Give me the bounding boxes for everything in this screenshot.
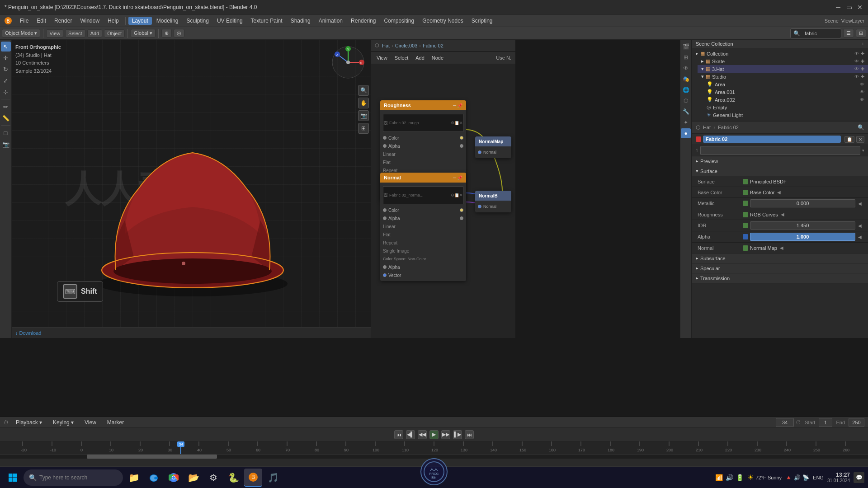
normal-pin-btn[interactable]: 📌: [457, 175, 462, 180]
scene-props-tab[interactable]: 🎭: [681, 74, 691, 84]
transform-tool[interactable]: ⊹: [1, 87, 11, 97]
studio-sel[interactable]: ✚: [861, 74, 864, 79]
transform-btn[interactable]: Global ▾: [131, 29, 156, 38]
taskbar-search[interactable]: 🔍 Type here to search: [24, 469, 123, 486]
play-forward-btn[interactable]: ▶▶: [441, 430, 450, 439]
metallic-arrow[interactable]: ◀: [857, 201, 863, 206]
area001-vis[interactable]: 👁: [860, 89, 864, 94]
next-keyframe-btn[interactable]: ▌▶: [453, 430, 462, 439]
roughness-arrow[interactable]: ◀: [780, 212, 785, 217]
alpha-value[interactable]: 1.000 ◀: [743, 233, 863, 241]
rotate-tool[interactable]: ↻: [1, 64, 11, 74]
normal-color-out[interactable]: [460, 208, 463, 212]
coll-studio[interactable]: ▾ ▦ Studio 👁 ✚: [698, 73, 868, 80]
proportional-btn[interactable]: ◎: [174, 29, 184, 38]
alpha-socket[interactable]: [383, 144, 387, 148]
surface-shader-value[interactable]: Principled BSDF: [743, 179, 863, 184]
zoom-in-btn[interactable]: 🔍: [358, 85, 369, 96]
tray-icon1[interactable]: 🔺: [785, 474, 792, 481]
camera-btn[interactable]: 📷: [358, 110, 369, 121]
measure-tool[interactable]: 📏: [1, 113, 11, 123]
coll-area002[interactable]: 💡 Area.002 👁: [703, 96, 868, 103]
normal-preview-actions[interactable]: ⚙📋✕: [451, 193, 463, 197]
select-btn[interactable]: Select: [65, 29, 85, 38]
node-min-btn[interactable]: ─: [453, 103, 456, 108]
menu-sculpting[interactable]: Sculpting: [183, 17, 212, 25]
menu-texture-paint[interactable]: Texture Paint: [247, 17, 286, 25]
annotate-tool[interactable]: ✏: [1, 102, 11, 112]
tl-keying[interactable]: Keying ▾: [49, 418, 77, 427]
output-props-tab[interactable]: ⊞: [681, 52, 691, 62]
preview-actions[interactable]: ⚙📋✕: [451, 121, 463, 125]
menu-window[interactable]: Window: [76, 17, 103, 25]
mat-expand-btn[interactable]: ▾: [862, 148, 864, 153]
mat-search-btn[interactable]: 🔍: [858, 124, 864, 131]
gizmo-btn[interactable]: ⊞: [856, 29, 866, 38]
search-input[interactable]: [802, 30, 838, 37]
world-props-tab[interactable]: 🌐: [681, 85, 691, 95]
node-pin-btn[interactable]: 📌: [457, 103, 462, 108]
particles-props-tab[interactable]: ✦: [681, 117, 691, 127]
current-frame[interactable]: 34: [776, 418, 794, 427]
add-cube-tool[interactable]: □: [1, 128, 11, 138]
color-out-socket[interactable]: [460, 136, 463, 140]
alpha-input[interactable]: 1.000: [750, 233, 855, 241]
view-props-tab[interactable]: 👁: [681, 63, 691, 73]
task-music[interactable]: 🎵: [264, 469, 282, 487]
normal-arrow[interactable]: ◀: [779, 245, 784, 250]
menu-rendering[interactable]: Rendering: [347, 17, 379, 25]
snap-btn[interactable]: ⊕: [161, 29, 172, 38]
cursor-tool[interactable]: ↖: [1, 42, 11, 52]
node-select-btn[interactable]: Select: [392, 54, 411, 61]
node-canvas[interactable]: Roughness ─ 📌 🖼 Fabric 02_rough... ⚙📋✕ C…: [371, 64, 515, 338]
mat-value-field[interactable]: [700, 146, 860, 155]
minimize-button[interactable]: ─: [835, 4, 842, 11]
battery-icon[interactable]: 🔋: [736, 474, 744, 481]
coll-area[interactable]: 💡 Area 👁: [703, 80, 868, 88]
tl-playback[interactable]: Playback ▾: [12, 418, 46, 427]
prev-keyframe-btn[interactable]: ◀▌: [406, 430, 415, 439]
restore-button[interactable]: ▭: [845, 4, 853, 11]
ior-input[interactable]: 1.450: [750, 221, 855, 230]
jump-start-btn[interactable]: ⏮: [394, 430, 403, 439]
surface-section-header[interactable]: ▾ Surface: [692, 166, 868, 176]
windows-start-btn[interactable]: [4, 469, 22, 487]
preview-section-header[interactable]: ▸ Preview: [692, 156, 868, 166]
coll-skate[interactable]: ▸ ▦ Skate 👁 ✚: [698, 57, 868, 65]
metallic-value[interactable]: 0.000 ◀: [743, 199, 863, 207]
studio-vis[interactable]: 👁: [854, 74, 859, 79]
normal-alpha2[interactable]: [383, 265, 387, 269]
subsurface-section[interactable]: ▸ Subsurface: [692, 253, 868, 263]
play-reverse-btn[interactable]: ◀◀: [418, 430, 427, 439]
start-frame[interactable]: 1: [819, 418, 832, 427]
task-python[interactable]: 🐍: [224, 469, 242, 487]
breadcrumb-fabric[interactable]: Fabric 02: [423, 43, 443, 48]
coll-empty[interactable]: ◎ Empty: [703, 103, 868, 111]
modifier-props-tab[interactable]: 🔧: [681, 107, 691, 117]
skate-sel[interactable]: ✚: [861, 59, 864, 64]
menu-compositing[interactable]: Compositing: [380, 17, 418, 25]
end-frame[interactable]: 250: [849, 418, 864, 427]
overlay-btn[interactable]: ☰: [843, 29, 854, 38]
material-props-tab[interactable]: ●: [681, 128, 691, 138]
normal-alpha-out[interactable]: [460, 216, 463, 220]
skate-vis[interactable]: 👁: [854, 59, 859, 64]
node-view-btn[interactable]: View: [374, 54, 390, 61]
notification-btn[interactable]: 💬: [854, 472, 864, 483]
jump-end-btn[interactable]: ⏭: [465, 430, 474, 439]
view-btn[interactable]: View: [46, 29, 63, 38]
menu-animation[interactable]: Animation: [315, 17, 346, 25]
timeline-scroll-thumb[interactable]: [87, 455, 217, 459]
metallic-input[interactable]: 0.000: [750, 199, 855, 207]
speaker-icon[interactable]: 🔊: [794, 474, 801, 481]
menu-file[interactable]: File: [16, 17, 32, 25]
menu-edit[interactable]: Edit: [33, 17, 50, 25]
viewport[interactable]: 人人素材 Front Orthographic (34) Studio | Ha…: [12, 40, 371, 338]
menu-shading[interactable]: Shading: [287, 17, 314, 25]
volume-icon[interactable]: 🔊: [726, 474, 733, 481]
normal-alpha-socket[interactable]: [383, 216, 387, 220]
window-controls[interactable]: ─ ▭ ✕: [835, 4, 863, 11]
task-explorer[interactable]: 📁: [125, 469, 143, 487]
tl-view[interactable]: View: [81, 418, 100, 427]
normalmap-node[interactable]: NormalMap Normal: [475, 136, 511, 158]
